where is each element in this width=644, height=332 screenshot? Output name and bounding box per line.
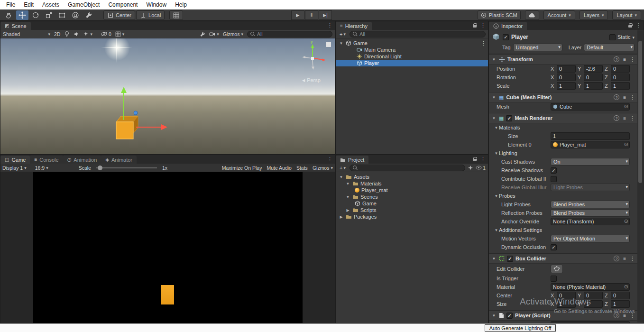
rect-tool-button[interactable] [56,10,68,20]
static-caret-icon[interactable] [632,34,635,40]
custom-tool-button[interactable] [83,10,95,20]
scene-visibility-toggle[interactable]: 0 [101,31,111,37]
lighting-toggle[interactable] [64,31,70,37]
help-icon[interactable]: ? [614,313,619,318]
stats-toggle[interactable]: Stats [296,165,308,171]
audio-toggle[interactable] [74,31,79,37]
preset-icon[interactable]: ≡ [623,313,626,318]
center-y-field[interactable]: 0 [584,292,603,299]
inspector-menu-icon[interactable] [636,22,641,28]
receive-shadows-checkbox[interactable] [551,167,557,174]
foldout-closed-icon[interactable] [345,208,350,212]
active-checkbox[interactable] [503,34,509,40]
foldout-open-icon[interactable] [339,175,344,179]
menu-window[interactable]: Window [142,0,171,9]
transform-tool-button[interactable] [69,10,82,20]
script-enabled-checkbox[interactable] [506,313,513,319]
tab-game[interactable]: ◳ Game [0,156,30,164]
foldout-open-icon[interactable] [491,314,497,318]
foldout-open-icon[interactable] [491,257,497,261]
account-dropdown[interactable]: Account [543,10,575,20]
scene-tools-button[interactable] [200,31,205,37]
scale-y-field[interactable]: 1 [584,82,603,90]
contribute-gi-checkbox[interactable] [551,176,557,182]
scene-grid-dropdown[interactable] [115,31,125,37]
help-icon[interactable]: ? [614,94,619,100]
orientation-gizmo[interactable]: y [298,39,331,74]
mesh-renderer-enabled-checkbox[interactable] [506,115,512,121]
step-button[interactable]: ▶| [319,10,332,20]
scene-gizmos-dropdown[interactable]: Gizmos [223,31,243,37]
foldout-closed-icon[interactable] [339,215,344,219]
display-dropdown[interactable]: Display 1 [2,165,27,171]
cloud-button[interactable] [525,10,539,20]
position-y-field[interactable]: -2.6 [584,65,603,73]
physic-material-field[interactable]: None (Physic Material) [551,283,630,291]
scene-menu-icon[interactable] [327,22,332,28]
scale-z-field[interactable]: 1 [611,82,630,90]
project-item-scripts[interactable]: Scripts [336,207,488,213]
additional-settings-foldout[interactable]: Additional Settings [489,226,637,234]
hierarchy-create-button[interactable]: + [338,31,347,37]
project-item-scenes[interactable]: Scenes [336,194,488,200]
move-tool-button[interactable] [16,10,28,20]
box-collider-header[interactable]: Box Collider ?≡ [489,253,637,264]
materials-size-field[interactable]: 1 [551,132,630,140]
rotation-z-field[interactable]: 0 [611,74,630,81]
tab-console[interactable]: ≡ Console [30,156,63,164]
game-gizmos-dropdown[interactable]: Gizmos [313,165,333,171]
project-menu-icon[interactable] [480,156,486,162]
player-script-header[interactable]: Player (Script) ?≡ [489,310,637,321]
size-z-field[interactable]: 1 [611,300,630,308]
help-icon[interactable]: ? [614,256,619,261]
foldout-open-icon[interactable] [491,95,497,100]
reflection-probes-dropdown[interactable]: Blend Probes [551,209,630,217]
static-toggle[interactable]: Static [609,34,635,40]
preset-icon[interactable]: ≡ [623,95,626,100]
lock-icon[interactable] [628,23,632,28]
hierarchy-item-scene-game[interactable]: Game [336,40,488,46]
lock-icon[interactable] [473,23,477,28]
foldout-open-icon[interactable] [491,57,497,62]
lighting-foldout[interactable]: Lighting [489,149,637,157]
project-item-packages[interactable]: Packages [336,213,488,220]
probes-foldout[interactable]: Probes [489,192,637,200]
search-by-type-icon[interactable] [468,165,473,171]
scale-slider[interactable] [96,167,157,168]
menu-help[interactable]: Help [171,0,191,9]
dynamic-occlusion-checkbox[interactable] [551,244,557,250]
foldout-open-icon[interactable] [494,151,499,156]
tab-animator[interactable]: ◈ Animator [101,156,137,164]
scene-viewport[interactable]: y ◀ Persp [0,38,335,154]
materials-foldout[interactable]: Materials [489,123,637,132]
menu-gameobject[interactable]: GameObject [64,0,104,9]
game-menu-icon[interactable] [327,156,332,162]
layer-dropdown[interactable]: Default [584,44,635,51]
scale-tool-button[interactable] [43,10,55,20]
position-z-field[interactable]: 0 [611,65,630,73]
cast-shadows-dropdown[interactable]: On [551,158,630,166]
foldout-open-icon[interactable] [339,41,344,46]
mesh-object-field[interactable]: Cube [551,103,630,111]
size-y-field[interactable]: 1 [584,300,603,308]
more-icon[interactable] [630,56,635,63]
hand-tool-button[interactable] [3,10,15,20]
center-z-field[interactable]: 0 [611,292,630,299]
auto-generate-lighting-button[interactable]: Auto Generate Lighting Off [485,324,556,332]
light-probes-dropdown[interactable]: Blend Probes [551,201,630,208]
inspector-scrollbar[interactable] [637,30,643,323]
menu-edit[interactable]: Edit [19,0,38,9]
rotation-x-field[interactable]: 0 [557,74,576,81]
position-x-field[interactable]: 0 [557,65,576,73]
preset-icon[interactable]: ≡ [623,57,626,62]
help-icon[interactable]: ? [614,56,619,62]
object-picker-icon[interactable] [624,141,628,148]
object-picker-icon[interactable] [624,284,628,290]
menu-assets[interactable]: Assets [38,0,64,9]
is-trigger-checkbox[interactable] [551,276,557,282]
move-gizmo[interactable] [110,86,174,143]
scrollbar-thumb[interactable] [638,41,642,183]
element0-object-field[interactable]: Player_mat [551,141,630,148]
more-icon[interactable] [630,313,635,319]
more-icon[interactable] [630,115,635,121]
